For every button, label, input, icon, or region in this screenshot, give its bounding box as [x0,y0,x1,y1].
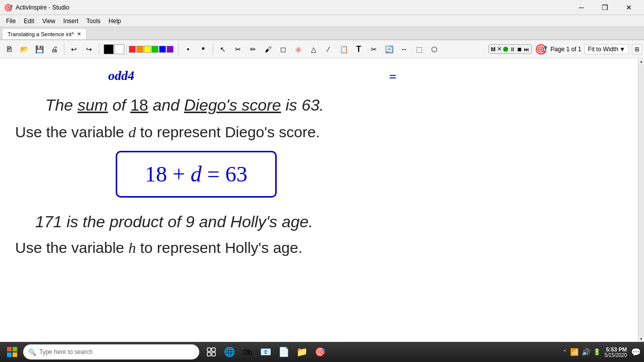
tray-up-arrow[interactable]: ⌃ [562,349,567,355]
svg-rect-4 [207,348,211,351]
color-swatch-green[interactable] [151,46,158,53]
color-swatch-white[interactable] [114,44,124,54]
media-next-btn[interactable]: ⏭ [524,46,529,52]
scroll-down-arrow[interactable]: ▼ [638,336,645,342]
menu-tools[interactable]: Tools [83,17,105,26]
media-close-btn[interactable]: ✕ [497,46,502,52]
marquee-tool[interactable]: ✂ [231,42,245,56]
speaker-icon[interactable]: 🔊 [582,348,590,356]
shape-tool[interactable]: △ [306,42,320,56]
search-placeholder: Type here to search [39,348,93,355]
minimize-button[interactable]: ─ [570,0,593,15]
pen-tool[interactable]: ✏ [246,42,260,56]
mail-icon[interactable]: 📧 [258,344,274,360]
text-and: and [148,96,184,114]
variable-h: h [128,239,136,256]
svg-rect-7 [212,352,215,356]
network-icon[interactable]: 📶 [570,348,579,356]
eraser-tool[interactable]: ◻ [276,42,290,56]
menu-insert[interactable]: Insert [59,17,83,26]
document-tab[interactable]: Translating a Sentence int* ✕ [2,28,87,39]
battery-icon[interactable]: 🔋 [593,348,601,355]
pen-size-small[interactable]: • [181,42,195,56]
app-icon: 🎯 [4,4,13,12]
menu-help[interactable]: Help [105,17,125,26]
menu-view[interactable]: View [38,17,59,26]
scroll-up-arrow[interactable]: ▲ [638,58,645,64]
equation-box: 18 + d = 63 [15,151,608,198]
flip-tool[interactable]: ↔ [397,42,411,56]
title-bar-controls: ─ ❐ ✕ [570,0,640,15]
grid-tool[interactable]: ⬚ [412,42,426,56]
store-icon[interactable]: 🛍 [239,344,256,360]
scrollbar-track[interactable] [638,64,645,336]
sentence-line-4: Use the variable h to represent Holly's … [15,239,608,256]
media-stop-btn[interactable]: ⏹ [517,46,522,52]
search-bar[interactable]: 🔍 Type here to search [23,344,199,359]
stamp-tool[interactable]: 📋 [337,42,351,56]
text-tool[interactable]: T [352,42,366,56]
pen-size-large[interactable]: • [196,42,210,56]
rotate-tool[interactable]: 🔄 [382,42,396,56]
color-swatch-blue[interactable] [159,46,166,53]
explorer-icon[interactable]: 📁 [294,344,310,360]
text-171-product: 171 is the product of 9 and Holly's age. [35,213,313,231]
menu-edit[interactable]: Edit [20,17,38,26]
save-button[interactable]: 💾 [32,42,46,56]
notification-button[interactable]: 💬 [631,347,641,357]
redo-button[interactable]: ↪ [82,42,96,56]
handwritten-eq-annotation: = [389,69,396,84]
menu-file[interactable]: File [2,17,20,26]
right-scrollbar: ▲ ▼ [638,58,644,342]
color-swatch-red[interactable] [129,46,136,53]
shape-tool2[interactable]: ⬡ [427,42,441,56]
color-swatch-yellow[interactable] [144,46,151,53]
svg-rect-1 [13,347,17,351]
media-pause-btn[interactable]: ⏸ [510,46,515,52]
fit-expand-btn[interactable]: ⊞ [632,44,642,54]
open-button[interactable]: 📂 [17,42,31,56]
taskview-button[interactable] [203,344,219,360]
separator-3 [126,43,127,55]
fill-tool[interactable]: ◉ [291,42,305,56]
office-icon[interactable]: 📄 [276,344,292,360]
scissors-tool[interactable]: ✂ [367,42,381,56]
separator-1 [64,43,64,55]
start-button[interactable] [3,343,21,361]
new-button[interactable]: 🖹 [2,42,16,56]
svg-rect-2 [7,352,12,357]
text-is-63: is 63. [281,96,324,114]
text-sum: sum [77,96,108,114]
fit-mode-label: Fit to Width [588,46,618,53]
color-swatch-orange[interactable] [136,46,143,53]
close-button[interactable]: ✕ [617,0,640,15]
edge-browser-icon[interactable]: 🌐 [221,344,237,360]
text-to-represent-holly: to represent Holly's age. [136,239,302,256]
variable-d: d [128,124,136,140]
color-swatch-purple[interactable] [167,46,174,53]
svg-rect-5 [212,348,215,351]
sentence-line-2: Use the variable d to represent Diego's … [15,124,608,141]
clock[interactable]: 5:53 PM 5/15/2020 [605,346,627,358]
activinspire-icon: 🎯 [535,43,547,55]
text-diegos-score: Diego's score [184,96,281,114]
activinspire-taskbar-icon[interactable]: 🎯 [312,344,328,360]
text-to-represent-diego: to represent Diego's score. [136,124,320,140]
print-button[interactable]: 🖨 [47,42,61,56]
tab-close-button[interactable]: ✕ [77,31,81,37]
text-use-var-h: Use the variable [15,239,128,256]
taskbar-right: ⌃ 📶 🔊 🔋 5:53 PM 5/15/2020 💬 [562,346,641,358]
fit-mode-dropdown[interactable]: Fit to Width ▼ [584,44,629,54]
title-bar: 🎯 ActivInspire - Studio ─ ❐ ✕ [0,0,644,15]
main-toolbar: 🖹 📂 💾 🖨 ↩ ↪ • • ↖ ✂ ✏ 🖌 ◻ ◉ △ ∕ 📋 T ✂ 🔄 … [0,40,644,58]
line-tool[interactable]: ∕ [321,42,336,56]
undo-button[interactable]: ↩ [67,42,81,56]
tab-label: Translating a Sentence int* [8,31,74,37]
maximize-button[interactable]: ❐ [594,0,616,15]
menu-bar: File Edit View Insert Tools Help [0,15,644,27]
color-swatch-black[interactable] [104,44,114,54]
select-tool[interactable]: ↖ [216,42,230,56]
page-label: Page 1 of 1 [550,46,581,53]
highlighter-tool[interactable]: 🖌 [261,42,275,56]
media-record-indicator [503,47,508,52]
